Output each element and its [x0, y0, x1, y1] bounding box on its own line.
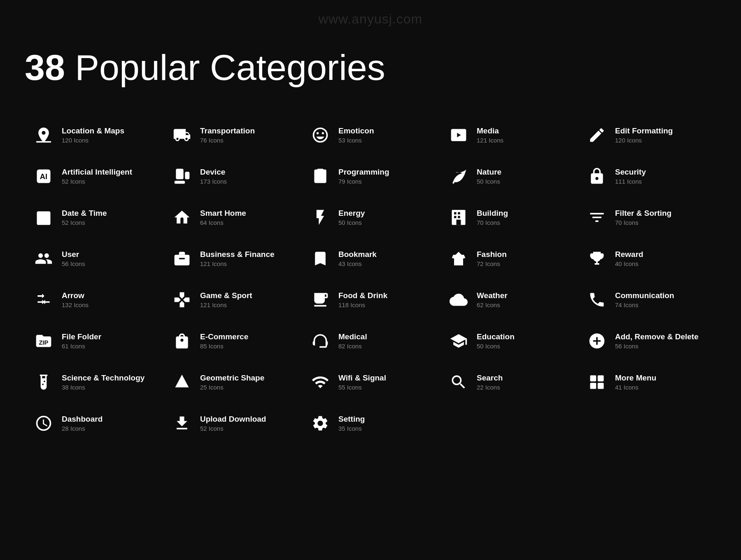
category-item-science-technology[interactable]: Science & Technology38 Icons	[25, 362, 163, 403]
category-item-more-menu[interactable]: More Menu41 Icons	[578, 362, 716, 403]
food-drink-text: Food & Drink118 Icons	[338, 291, 387, 309]
more-menu-count: 41 Icons	[615, 384, 656, 391]
filter-sorting-icon	[586, 207, 608, 228]
search-icon	[448, 371, 469, 393]
category-item-user[interactable]: User56 Icons	[25, 238, 163, 279]
energy-icon	[310, 207, 331, 228]
device-name: Device	[200, 168, 227, 177]
category-item-edit-formatting[interactable]: Edit Formatting120 Icons	[578, 114, 716, 156]
energy-count: 50 Icons	[338, 219, 365, 226]
category-item-emoticon[interactable]: Emoticon53 Icons	[301, 114, 440, 156]
category-item-arrow[interactable]: Arrow132 Icons	[25, 279, 163, 320]
category-item-filter-sorting[interactable]: Filter & Sorting70 Icons	[578, 197, 716, 238]
smart-home-name: Smart Home	[200, 209, 246, 218]
category-item-food-drink[interactable]: Food & Drink118 Icons	[301, 279, 440, 320]
media-icon	[448, 124, 469, 146]
setting-count: 35 Icons	[338, 425, 365, 432]
game-sport-icon	[171, 289, 193, 310]
category-item-security[interactable]: Security111 Icons	[578, 156, 716, 197]
dashboard-count: 28 Icons	[62, 425, 103, 432]
emoticon-count: 53 Icons	[338, 137, 374, 144]
category-item-reward[interactable]: Reward40 Icons	[578, 238, 716, 279]
category-item-dashboard[interactable]: Dashboard28 Icons	[25, 403, 163, 444]
category-item-add-remove-delete[interactable]: Add, Remove & Delete56 Icons	[578, 320, 716, 362]
category-item-wifi-signal[interactable]: Wifi & Signal55 Icons	[301, 362, 440, 403]
category-item-file-folder[interactable]: ZIPFile Folder61 Icons	[25, 320, 163, 362]
category-item-game-sport[interactable]: Game & Sport121 Icons	[163, 279, 301, 320]
edit-formatting-text: Edit Formatting120 Icons	[615, 126, 673, 144]
category-item-bookmark[interactable]: Bookmark43 Icons	[301, 238, 440, 279]
building-name: Building	[477, 209, 508, 218]
ecommerce-icon	[171, 330, 193, 352]
location-maps-icon	[33, 124, 54, 146]
category-item-setting[interactable]: Setting35 Icons	[301, 403, 440, 444]
science-technology-name: Science & Technology	[62, 373, 144, 383]
category-item-date-time[interactable]: 7Date & Time52 Icons	[25, 197, 163, 238]
add-remove-delete-icon	[586, 330, 608, 352]
category-item-medical[interactable]: Medical82 Icons	[301, 320, 440, 362]
setting-icon	[310, 413, 331, 434]
weather-name: Weather	[477, 291, 508, 301]
transportation-count: 76 Icons	[200, 137, 255, 144]
svg-rect-6	[175, 181, 185, 184]
arrow-icon	[33, 289, 54, 310]
search-name: Search	[477, 373, 503, 383]
emoticon-text: Emoticon53 Icons	[338, 126, 374, 144]
fashion-count: 72 Icons	[477, 260, 507, 267]
search-text: Search22 Icons	[477, 373, 503, 391]
category-item-location-maps[interactable]: Location & Maps120 Icons	[25, 114, 163, 156]
category-item-communication[interactable]: Communication74 Icons	[578, 279, 716, 320]
category-item-education[interactable]: Education50 Icons	[440, 320, 578, 362]
food-drink-count: 118 Icons	[338, 301, 387, 308]
medical-count: 82 Icons	[338, 343, 367, 350]
communication-name: Communication	[615, 291, 674, 301]
category-item-programming[interactable]: Programming79 Icons	[301, 156, 440, 197]
game-sport-count: 121 Icons	[200, 301, 252, 308]
category-item-smart-home[interactable]: Smart Home64 Icons	[163, 197, 301, 238]
search-count: 22 Icons	[477, 384, 503, 391]
programming-icon	[310, 166, 331, 187]
fashion-text: Fashion72 Icons	[477, 250, 507, 268]
category-item-fashion[interactable]: Fashion72 Icons	[440, 238, 578, 279]
category-item-geometric-shape[interactable]: Geometric Shape25 Icons	[163, 362, 301, 403]
weather-text: Weather62 Icons	[477, 291, 508, 309]
science-technology-count: 38 Icons	[62, 384, 144, 391]
category-item-ecommerce[interactable]: E-Commerce85 Icons	[163, 320, 301, 362]
category-item-building[interactable]: Building70 Icons	[440, 197, 578, 238]
svg-rect-23	[598, 383, 604, 389]
category-count-number: 38	[25, 47, 65, 88]
category-item-nature[interactable]: Nature50 Icons	[440, 156, 578, 197]
user-count: 56 Icons	[62, 260, 85, 267]
ecommerce-name: E-Commerce	[200, 332, 248, 342]
setting-name: Setting	[338, 415, 365, 424]
business-finance-name: Business & Finance	[200, 250, 275, 259]
science-technology-icon	[33, 371, 54, 393]
bookmark-text: Bookmark43 Icons	[338, 250, 377, 268]
svg-rect-7	[317, 169, 324, 172]
category-item-upload-download[interactable]: Upload Download52 Icons	[163, 403, 301, 444]
category-item-energy[interactable]: Energy50 Icons	[301, 197, 440, 238]
filter-sorting-text: Filter & Sorting70 Icons	[615, 209, 671, 226]
transportation-icon	[171, 124, 193, 146]
communication-count: 74 Icons	[615, 301, 674, 308]
programming-text: Programming79 Icons	[338, 168, 389, 185]
category-item-device[interactable]: Device173 Icons	[163, 156, 301, 197]
category-item-transportation[interactable]: Transportation76 Icons	[163, 114, 301, 156]
svg-rect-15	[458, 216, 460, 218]
category-item-weather[interactable]: Weather62 Icons	[440, 279, 578, 320]
reward-icon	[586, 248, 608, 269]
category-item-business-finance[interactable]: Business & Finance121 Icons	[163, 238, 301, 279]
device-count: 173 Icons	[200, 178, 227, 185]
category-item-search[interactable]: Search22 Icons	[440, 362, 578, 403]
arrow-name: Arrow	[62, 291, 89, 301]
smart-home-icon	[171, 207, 193, 228]
wifi-signal-name: Wifi & Signal	[338, 373, 386, 383]
device-text: Device173 Icons	[200, 168, 227, 185]
science-technology-text: Science & Technology38 Icons	[62, 373, 144, 391]
svg-rect-12	[454, 212, 457, 215]
wifi-signal-text: Wifi & Signal55 Icons	[338, 373, 386, 391]
category-item-artificial-intelligent[interactable]: AIArtificial Intelligent52 Icons	[25, 156, 163, 197]
artificial-intelligent-icon: AI	[33, 166, 54, 187]
category-item-media[interactable]: Media121 Icons	[440, 114, 578, 156]
date-time-text: Date & Time52 Icons	[62, 209, 107, 226]
